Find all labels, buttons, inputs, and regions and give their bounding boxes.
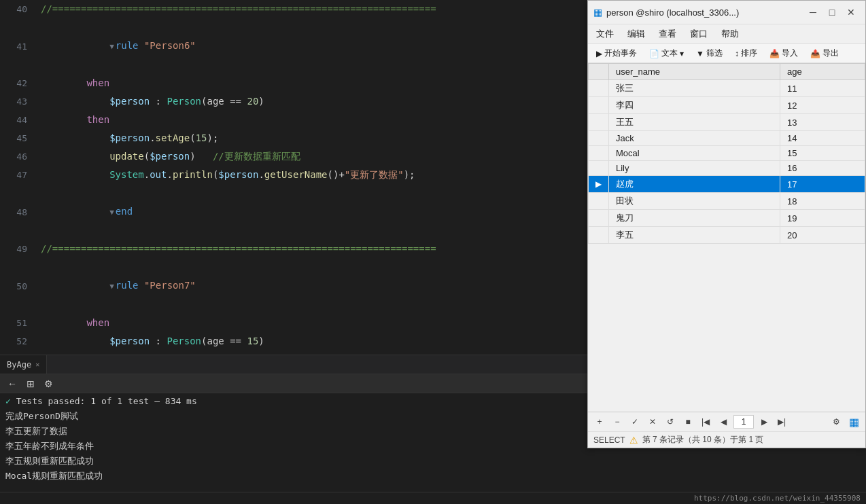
- table-row[interactable]: 鬼刀19: [589, 210, 865, 227]
- test-result-text: Tests passed: 1 of 1 test – 834 ms: [16, 396, 197, 406]
- header-indicator: [589, 64, 609, 80]
- db-nav-next[interactable]: ▶: [757, 414, 772, 429]
- table-row[interactable]: Mocal15: [589, 146, 865, 161]
- cell-age: 18: [780, 193, 865, 210]
- console-line-3: 李五规则重新匹配成功: [5, 454, 861, 469]
- db-nav-check[interactable]: ✓: [627, 414, 642, 429]
- console-line-4: Mocal规则重新匹配成功: [5, 469, 861, 484]
- db-title-text: person @shiro (localhost_3306...): [606, 7, 800, 18]
- fold-icon-50[interactable]: ▼: [109, 282, 114, 291]
- cell-age: 20: [780, 227, 865, 244]
- table-row[interactable]: ▶赵虎17: [589, 176, 865, 193]
- table-row[interactable]: Lily16: [589, 161, 865, 176]
- db-nav-first[interactable]: |◀: [698, 414, 713, 429]
- fold-icon-41[interactable]: ▼: [109, 42, 114, 51]
- db-menu-file[interactable]: 文件: [591, 26, 619, 42]
- db-page-input[interactable]: 1: [733, 415, 754, 429]
- table-row[interactable]: 田状18: [589, 193, 865, 210]
- table-row[interactable]: Jack14: [589, 131, 865, 146]
- db-nav-grid[interactable]: ▦: [846, 414, 861, 429]
- db-toolbar-import[interactable]: 📥 导入: [765, 46, 802, 60]
- db-table-area[interactable]: user_name age 张三11李四12王五13Jack14Mocal15L…: [588, 63, 865, 412]
- db-toolbar-sort[interactable]: ↕ 排序: [731, 46, 761, 60]
- panel-btn-grid[interactable]: ⊞: [24, 378, 37, 390]
- row-indicator: [589, 114, 609, 131]
- row-indicator: [589, 80, 609, 97]
- panel-btn-back[interactable]: ←: [5, 378, 19, 390]
- table-row[interactable]: 王五13: [589, 114, 865, 131]
- text-icon: 📄: [649, 49, 659, 58]
- db-menu-view[interactable]: 查看: [653, 26, 682, 42]
- db-title-icon: ▦: [593, 7, 602, 18]
- cell-age: 17: [780, 176, 865, 193]
- test-pass-icon: ✓: [5, 396, 11, 406]
- table-header-row: user_name age: [589, 64, 865, 80]
- import-icon: 📥: [769, 49, 780, 58]
- header-user-name: user_name: [609, 64, 780, 80]
- db-table: user_name age 张三11李四12王五13Jack14Mocal15L…: [588, 63, 865, 244]
- db-nav-settings[interactable]: ⚙: [829, 414, 844, 429]
- cell-user-name: 李五: [609, 227, 780, 244]
- header-age: age: [780, 64, 865, 80]
- db-menu-edit[interactable]: 编辑: [622, 26, 651, 42]
- db-status-warn-icon: ⚠: [629, 435, 638, 446]
- row-indicator: [589, 193, 609, 210]
- cell-age: 15: [780, 146, 865, 161]
- db-nav-prev[interactable]: ◀: [716, 414, 731, 429]
- db-nav-refresh[interactable]: ↺: [663, 414, 678, 429]
- cell-age: 16: [780, 161, 865, 176]
- cell-age: 13: [780, 114, 865, 131]
- row-indicator: [589, 161, 609, 176]
- row-indicator: [589, 146, 609, 161]
- filter-icon: ▼: [696, 49, 704, 58]
- cell-user-name: 赵虎: [609, 176, 780, 193]
- row-indicator: [589, 131, 609, 146]
- cell-user-name: 李四: [609, 97, 780, 114]
- table-row[interactable]: 张三11: [589, 80, 865, 97]
- cell-user-name: 王五: [609, 114, 780, 131]
- db-menu-window[interactable]: 窗口: [685, 26, 713, 42]
- db-nav-remove[interactable]: −: [610, 414, 625, 429]
- cell-user-name: Jack: [609, 131, 780, 146]
- db-close-button[interactable]: ✕: [842, 5, 860, 20]
- fold-icon-48[interactable]: ▼: [109, 208, 114, 217]
- cell-user-name: 张三: [609, 80, 780, 97]
- db-toolbar-filter[interactable]: ▼ 筛选: [692, 46, 727, 60]
- db-minimize-button[interactable]: ─: [804, 5, 822, 20]
- db-maximize-button[interactable]: □: [823, 5, 841, 20]
- table-row[interactable]: 李四12: [589, 97, 865, 114]
- sort-icon: ↕: [735, 49, 739, 58]
- db-nav-stop[interactable]: ■: [680, 414, 695, 429]
- db-toolbar-start-transaction[interactable]: ▶ 开始事务: [592, 46, 641, 60]
- tab-close-icon[interactable]: ✕: [35, 361, 39, 368]
- text-dropdown-icon: ▾: [680, 49, 684, 58]
- tab-byage-label: ByAge: [7, 360, 31, 370]
- db-status-mode: SELECT: [593, 435, 625, 445]
- db-menu-help[interactable]: 帮助: [716, 26, 744, 42]
- start-transaction-icon: ▶: [596, 49, 602, 58]
- db-window: ▦ person @shiro (localhost_3306...) ─ □ …: [587, 0, 866, 448]
- db-menubar: 文件 编辑 查看 窗口 帮助: [588, 24, 865, 44]
- url-text: https://blog.csdn.net/weixin_44355908: [694, 494, 861, 503]
- db-bottom-toolbar: + − ✓ ✕ ↺ ■ |◀ ◀ 1 ▶ ▶| ⚙ ▦: [588, 412, 865, 431]
- db-nav-cancel[interactable]: ✕: [645, 414, 660, 429]
- tab-byage[interactable]: ByAge ✕: [0, 355, 47, 374]
- db-status-bar: SELECT ⚠ 第 7 条记录（共 10 条）于第 1 页: [588, 431, 865, 448]
- db-toolbar: ▶ 开始事务 📄 文本 ▾ ▼ 筛选 ↕ 排序 📥 导入 📤: [588, 44, 865, 63]
- db-titlebar: ▦ person @shiro (localhost_3306...) ─ □ …: [588, 1, 865, 24]
- row-indicator: [589, 97, 609, 114]
- cell-age: 12: [780, 97, 865, 114]
- cell-age: 14: [780, 131, 865, 146]
- cell-user-name: Mocal: [609, 146, 780, 161]
- url-bar: https://blog.csdn.net/weixin_44355908: [0, 492, 866, 504]
- db-nav-add[interactable]: +: [592, 414, 607, 429]
- table-row[interactable]: 李五20: [589, 227, 865, 244]
- db-toolbar-text[interactable]: 📄 文本 ▾: [645, 46, 688, 60]
- db-toolbar-export[interactable]: 📤 导出: [806, 46, 843, 60]
- db-window-controls: ─ □ ✕: [804, 5, 860, 20]
- row-indicator: [589, 227, 609, 244]
- db-nav-last[interactable]: ▶|: [774, 414, 789, 429]
- panel-btn-settings[interactable]: ⚙: [42, 378, 55, 390]
- db-status-info: 第 7 条记录（共 10 条）于第 1 页: [642, 434, 764, 446]
- export-icon: 📤: [810, 49, 820, 58]
